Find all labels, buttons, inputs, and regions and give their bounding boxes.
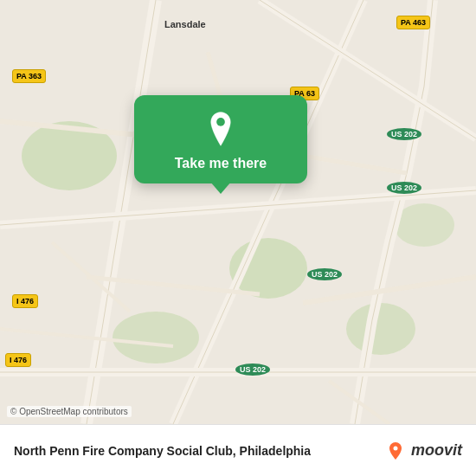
map-container: Lansdale PA 363 PA 463 PA 63 US 202 US 2… — [0, 0, 476, 424]
svg-point-24 — [216, 118, 225, 126]
moovit-logo: moovit — [385, 441, 462, 461]
moovit-brand-label: moovit — [411, 441, 462, 460]
map-svg — [0, 0, 476, 424]
svg-point-3 — [346, 303, 415, 355]
shield-i476a: I 476 — [12, 294, 38, 308]
shield-i476b: I 476 — [5, 353, 31, 367]
shield-pa363: PA 363 — [12, 69, 46, 83]
shield-us202a: US 202 — [387, 128, 421, 140]
location-name: North Penn Fire Company Social Club, Phi… — [14, 444, 311, 458]
map-copyright: © OpenStreetMap contributors — [7, 406, 132, 417]
moovit-pin-icon — [385, 441, 406, 461]
svg-point-25 — [393, 446, 397, 450]
svg-point-4 — [113, 312, 199, 363]
place-label-lansdale: Lansdale — [164, 19, 206, 29]
take-me-there-label: Take me there — [175, 156, 267, 171]
location-pin-icon — [203, 111, 239, 147]
shield-us202b: US 202 — [387, 182, 421, 194]
shield-pa463: PA 463 — [396, 16, 430, 29]
shield-us202c: US 202 — [307, 268, 342, 280]
shield-us202d: US 202 — [235, 363, 270, 376]
take-me-there-popup[interactable]: Take me there — [134, 95, 307, 183]
bottom-bar: North Penn Fire Company Social Club, Phi… — [0, 424, 476, 476]
